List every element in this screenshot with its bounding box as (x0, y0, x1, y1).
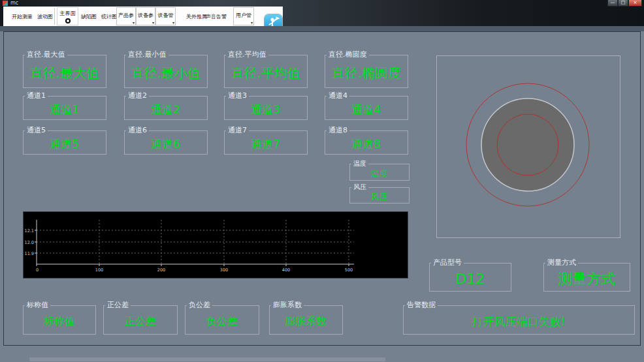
diameter-avg-groupbox: 直径.平均值 直径.平均值 (224, 55, 308, 88)
window-controls: — □ × (607, 0, 642, 7)
channel-3-caption: 通道3 (226, 91, 249, 100)
chart-x-tick-label: 400 (282, 267, 290, 273)
toolbar-sound-alarm-button[interactable]: 声音告警 (206, 7, 227, 26)
channel-1-caption: 通道1 (25, 91, 48, 100)
alarm-data-groupbox: 告警数据 打开风压端口失败! (403, 305, 635, 335)
toolbar-fluctuation-chart-button[interactable]: 波动图 (37, 7, 53, 26)
dropdown-arrow-icon: ▾ (152, 21, 154, 25)
nominal-value-value: 标称值 (24, 309, 95, 334)
main-screen-indicator-icon (65, 18, 71, 23)
channel-2-caption: 通道2 (126, 91, 149, 100)
toolbar-device-params-dropdown[interactable]: 设备参数 ▾ (136, 7, 155, 25)
toolbar-start-measure-button[interactable]: 开始测量 (12, 7, 33, 26)
channel-5-caption: 通道5 (25, 126, 48, 135)
toolbar-device-manage-dropdown[interactable]: 设备管理 ▾ (155, 7, 176, 25)
measure-method-caption: 测量方式 (545, 258, 578, 267)
trend-chart: 12.1 12.0 11.9 0 100 200 300 400 500 (23, 211, 408, 279)
chart-x-tick-label: 0 (36, 267, 39, 273)
nominal-value-caption: 标称值 (25, 301, 50, 310)
toolbar-external-screen-button[interactable]: 关外推屏 (186, 7, 207, 26)
channel-8-value: 通道8 (325, 134, 408, 154)
channel-2-groupbox: 通道2 通道2 (124, 96, 208, 120)
air-pressure-groupbox: 风压 风压 (349, 187, 410, 204)
channel-6-caption: 通道6 (126, 126, 149, 135)
chart-x-tick-label: 300 (220, 267, 228, 273)
channel-6-value: 通道6 (125, 134, 207, 154)
product-model-caption: 产品型号 (431, 258, 464, 267)
temperature-caption: 温度 (351, 159, 368, 168)
temperature-groupbox: 温度 温度 (349, 164, 410, 181)
diameter-ovality-value: 直径.椭圆度 (325, 59, 408, 87)
product-model-value: D12 (430, 267, 511, 291)
alarm-data-caption: 告警数据 (405, 301, 438, 310)
channel-8-caption: 通道8 (327, 126, 349, 135)
toolbar-user-manage-dropdown[interactable]: 用户管理 ▾ (233, 7, 254, 25)
positive-tolerance-caption: 正公差 (105, 301, 131, 310)
channel-1-value: 通道1 (24, 100, 106, 119)
channel-4-value: 通道4 (325, 100, 408, 119)
channel-3-value: 通道3 (225, 100, 307, 119)
toolbar-product-params-dropdown[interactable]: 产品参数 ▾ (116, 7, 136, 25)
channel-4-caption: 通道4 (327, 91, 349, 100)
expansion-coefficient-value: 膨胀系数 (270, 309, 342, 334)
channel-7-value: 通道7 (225, 134, 307, 154)
temperature-value: 温度 (350, 168, 409, 180)
application-window: mc — □ × 开始测量 波动图 主界面 缺陷图 统计图 产品参数 ▾ 设备参… (0, 0, 644, 362)
dropdown-arrow-icon: ▾ (133, 21, 135, 25)
channel-3-groupbox: 通道3 通道3 (224, 96, 308, 120)
product-circle (481, 98, 574, 191)
toolbar-main-screen-button[interactable]: 主界面 (57, 7, 78, 25)
chart-x-tick-label: 100 (95, 267, 103, 273)
channel-5-groupbox: 通道5 通道5 (23, 130, 106, 155)
titlebar[interactable]: mc — □ × (0, 0, 644, 7)
diameter-max-caption: 直径.最大值 (25, 50, 67, 59)
product-model-groupbox: 产品型号 D12 (429, 263, 511, 292)
diameter-max-groupbox: 直径.最大值 直径.最大值 (23, 55, 106, 88)
chart-x-tick-label: 200 (157, 267, 165, 273)
chart-y-tick-label: 12.1 (25, 228, 34, 234)
window-title: mc (10, 0, 18, 7)
channel-7-caption: 通道7 (226, 126, 249, 135)
chart-y-tick-label: 12.0 (25, 240, 34, 245)
negative-tolerance-caption: 负公差 (187, 301, 212, 310)
positive-tolerance-value: 正公差 (104, 309, 177, 334)
diameter-avg-value: 直径.平均值 (225, 59, 307, 87)
measure-method-value: 测量方式 (544, 267, 630, 291)
channel-5-value: 通道5 (24, 134, 106, 154)
chart-x-tick-label: 500 (345, 267, 353, 273)
chart-axes (37, 220, 354, 264)
chart-y-tick-label: 11.9 (25, 251, 34, 256)
channel-4-groupbox: 通道4 通道4 (325, 96, 408, 120)
positive-tolerance-groupbox: 正公差 正公差 (103, 305, 178, 335)
diameter-max-value: 直径.最大值 (24, 59, 106, 87)
cross-section-display (436, 55, 620, 238)
close-button-icon[interactable]: × (628, 0, 642, 7)
maximize-button-icon[interactable]: □ (618, 0, 628, 7)
diameter-min-caption: 直径.最小值 (126, 50, 169, 59)
diameter-ovality-groupbox: 直径.椭圆度 直径.椭圆度 (325, 55, 408, 88)
channel-2-value: 通道2 (125, 100, 207, 119)
toolbar-lower-strip (0, 26, 644, 31)
minimize-button-icon[interactable]: — (607, 0, 618, 7)
nominal-value-groupbox: 标称值 标称值 (23, 305, 96, 335)
toolbar: 开始测量 波动图 主界面 缺陷图 统计图 产品参数 ▾ 设备参数 ▾ 设备管理 … (3, 7, 283, 26)
toolbar-statistics-chart-button[interactable]: 统计图 (101, 7, 117, 26)
channel-1-groupbox: 通道1 通道1 (23, 96, 106, 120)
channel-6-groupbox: 通道6 通道6 (124, 130, 208, 155)
measure-method-groupbox: 测量方式 测量方式 (543, 263, 630, 292)
air-pressure-caption: 风压 (351, 183, 368, 192)
toolbar-separator (54, 8, 55, 25)
toolbar-defect-chart-button[interactable]: 缺陷图 (81, 7, 97, 26)
toolbar-main-screen-label: 主界面 (57, 10, 78, 17)
channel-7-groupbox: 通道7 通道7 (224, 130, 308, 155)
expansion-coefficient-caption: 膨胀系数 (271, 301, 304, 310)
alarm-data-value: 打开风压端口失败! (404, 309, 634, 334)
diameter-min-groupbox: 直径.最小值 直径.最小值 (124, 55, 208, 88)
channel-8-groupbox: 通道8 通道8 (325, 130, 408, 155)
dropdown-arrow-icon: ▾ (172, 21, 174, 25)
diameter-avg-caption: 直径.平均值 (226, 50, 268, 59)
negative-tolerance-groupbox: 负公差 负公差 (185, 305, 259, 335)
diameter-min-value: 直径.最小值 (125, 59, 207, 87)
diameter-ovality-caption: 直径.椭圆度 (327, 50, 369, 59)
expansion-coefficient-groupbox: 膨胀系数 膨胀系数 (269, 305, 343, 335)
